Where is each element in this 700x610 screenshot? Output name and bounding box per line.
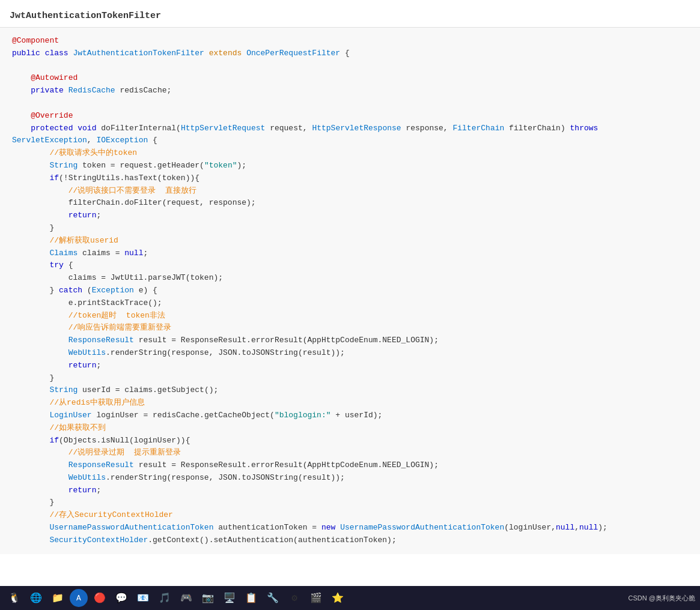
taskbar-icon-chat[interactable]: 💬 xyxy=(112,588,131,594)
code-block: @Component public class JwtAuthenticatio… xyxy=(0,28,700,554)
taskbar-icon-video[interactable]: 🎬 xyxy=(306,588,326,594)
taskbar-icon-game[interactable]: 🎮 xyxy=(177,588,196,594)
taskbar-icon-settings[interactable]: ⚙️ xyxy=(285,588,304,594)
taskbar-icon-files[interactable]: 📁 xyxy=(48,588,67,594)
taskbar-icon-camera[interactable]: 📷 xyxy=(198,588,218,594)
csdn-watermark: CSDN @奥利奥夹心脆 xyxy=(628,594,695,595)
taskbar-icon-browser[interactable]: 🌐 xyxy=(26,588,46,594)
taskbar-icon-penguin[interactable]: 🐧 xyxy=(5,588,24,594)
taskbar-icon-chrome[interactable]: 🔴 xyxy=(90,588,109,594)
taskbar-icon-monitor[interactable]: 🖥️ xyxy=(220,588,239,594)
taskbar-icon-music[interactable]: 🎵 xyxy=(155,588,174,594)
page-wrapper: JwtAuthenticationTokenFilter @Component … xyxy=(0,0,700,594)
taskbar-icon-mail[interactable]: 📧 xyxy=(133,588,153,594)
taskbar: 🐧 🌐 📁 A 🔴 💬 📧 🎵 🎮 📷 🖥️ 📋 🔧 ⚙️ 🎬 ⭐ CSDN @… xyxy=(0,586,700,594)
taskbar-icon-tools[interactable]: 🔧 xyxy=(263,588,282,594)
taskbar-icon-clipboard[interactable]: 📋 xyxy=(242,588,261,594)
taskbar-icon-blue[interactable]: A xyxy=(70,589,88,594)
taskbar-icon-star[interactable]: ⭐ xyxy=(328,588,347,594)
taskbar-right: CSDN @奥利奥夹心脆 xyxy=(628,594,695,595)
page-title: JwtAuthenticationTokenFilter xyxy=(0,6,700,28)
